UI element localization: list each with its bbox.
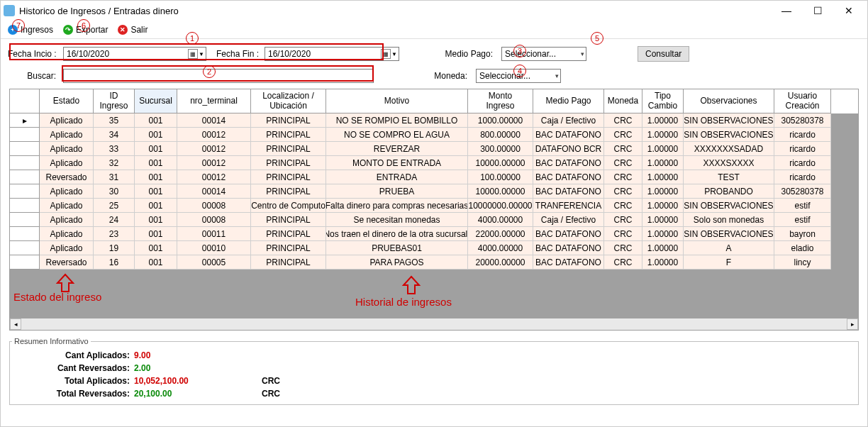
fecha-inicio-value: 16/10/2020 — [67, 49, 109, 59]
scroll-left-button[interactable]: ◂ — [10, 318, 21, 330]
column-header-id[interactable]: IDIngreso — [94, 89, 135, 113]
cell-medio: BAC DATAFONO — [533, 255, 604, 270]
resume-row: Cant Aplicados:9.00 — [17, 349, 851, 362]
fecha-fin-input[interactable]: 16/10/2020 ▦▼ — [265, 47, 399, 61]
table-row[interactable]: ▸Aplicado3500100014PRINCIPALNO SE ROMPIO… — [10, 113, 858, 128]
cell-motivo: PARA PAGOS — [326, 255, 468, 270]
exportar-button[interactable]: ↷ Exportar — [63, 25, 108, 35]
column-header-user[interactable]: UsuarioCreación — [774, 89, 831, 113]
table-row[interactable]: Aplicado3400100012PRINCIPALNO SE COMPRO … — [10, 128, 858, 142]
column-header-obs[interactable]: Observaciones — [684, 89, 774, 113]
cell-loc: PRINCIPAL — [251, 213, 326, 227]
column-header-moneda[interactable]: Moneda — [604, 89, 642, 113]
row-selector[interactable] — [10, 241, 40, 255]
cell-loc: PRINCIPAL — [251, 255, 326, 270]
cell-motivo: MONTO DE ENTRADA — [326, 156, 468, 170]
cell-suc: 001 — [135, 156, 177, 170]
cell-medio: Caja / Efectivo — [533, 213, 604, 227]
table-row[interactable]: Aplicado3000100014PRINCIPALPRUEBA10000.0… — [10, 184, 858, 199]
row-selector[interactable] — [10, 142, 40, 156]
chevron-down-icon: ▾ — [555, 72, 559, 79]
cell-moneda: CRC — [604, 113, 642, 128]
table-row[interactable]: Aplicado1900100010PRINCIPALPRUEBAS014000… — [10, 241, 858, 255]
cell-monto: 10000000.00000 — [468, 199, 533, 213]
row-selector[interactable] — [10, 199, 40, 213]
titlebar: Historico de Ingresos / Entradas dinero … — [1, 1, 867, 21]
cell-monto: 20000.00000 — [468, 255, 533, 270]
window-minimize-button[interactable]: — — [771, 1, 802, 21]
ingresos-button[interactable]: + Ingresos — [8, 25, 53, 35]
table-row[interactable]: Aplicado2500100008Centro de ComputoFalta… — [10, 199, 858, 213]
data-grid[interactable]: EstadoIDIngresoSucursalnro_terminalLocal… — [9, 89, 859, 331]
resume-row-label: Total Aplicados: — [17, 376, 134, 386]
row-selector[interactable] — [10, 128, 40, 142]
grid-horizontal-scrollbar[interactable]: ◂ ▸ — [10, 318, 858, 330]
column-header-term[interactable]: nro_terminal — [177, 89, 251, 113]
cell-obs: TEST — [684, 170, 774, 184]
column-header-estado[interactable]: Estado — [40, 89, 94, 113]
cell-suc: 001 — [135, 255, 177, 270]
cell-moneda: CRC — [604, 213, 642, 227]
consultar-button[interactable]: Consultar — [638, 46, 689, 62]
table-row[interactable]: Aplicado3200100012PRINCIPALMONTO DE ENTR… — [10, 156, 858, 170]
row-selector[interactable] — [10, 227, 40, 241]
cell-tc: 1.00000 — [642, 199, 684, 213]
salir-button[interactable]: ✕ Salir — [118, 25, 148, 35]
column-header-medio[interactable]: Medio Pago — [533, 89, 604, 113]
window-maximize-button[interactable]: ☐ — [802, 1, 833, 21]
calendar-icon[interactable]: ▦ — [381, 49, 391, 59]
resume-row-label: Cant Reversados: — [17, 363, 134, 373]
medio-pago-combo[interactable]: Seleccionar... ▾ — [501, 47, 586, 61]
table-row[interactable]: Aplicado3300100012PRINCIPALREVERZAR300.0… — [10, 142, 858, 156]
table-row[interactable]: Reversado3100100012PRINCIPALENTRADA100.0… — [10, 170, 858, 184]
column-header-tc[interactable]: TipoCambio — [642, 89, 684, 113]
moneda-combo[interactable]: Seleccionar... ▾ — [476, 69, 561, 83]
calendar-icon[interactable]: ▦ — [188, 49, 198, 59]
column-header-rowhdr[interactable] — [10, 89, 40, 113]
cell-moneda: CRC — [604, 142, 642, 156]
buscar-input[interactable] — [63, 69, 374, 83]
cell-obs: SIN OBSERVACIONES — [684, 227, 774, 241]
cell-estado: Aplicado — [40, 213, 94, 227]
resume-row: Total Aplicados:10,052,100.00CRC — [17, 375, 851, 387]
row-selector[interactable] — [10, 184, 40, 199]
column-header-motivo[interactable]: Motivo — [326, 89, 468, 113]
row-selector[interactable] — [10, 255, 40, 270]
column-header-monto[interactable]: MontoIngreso — [468, 89, 533, 113]
cell-user: 305280378 — [774, 184, 831, 199]
cell-medio: DATAFONO BCR — [533, 142, 604, 156]
cell-estado: Aplicado — [40, 142, 94, 156]
row-selector[interactable]: ▸ — [10, 113, 40, 128]
row-selector[interactable] — [10, 213, 40, 227]
table-row[interactable]: Aplicado2400100008PRINCIPALSe necesitan … — [10, 213, 858, 227]
cell-user: bayron — [774, 227, 831, 241]
row-selector[interactable] — [10, 156, 40, 170]
column-header-suc[interactable]: Sucursal — [135, 89, 177, 113]
cell-loc: PRINCIPAL — [251, 156, 326, 170]
resume-row-currency: CRC — [262, 389, 304, 399]
cell-estado: Aplicado — [40, 184, 94, 199]
cell-medio: BAC DATAFONO — [533, 184, 604, 199]
exportar-label: Exportar — [76, 25, 108, 35]
table-row[interactable]: Aplicado2300100011PRINCIPALNos traen el … — [10, 227, 858, 241]
cell-motivo: ENTRADA — [326, 170, 468, 184]
column-header-loc[interactable]: Localizacion /Ubicación — [251, 89, 326, 113]
chevron-down-icon[interactable]: ▼ — [199, 51, 204, 57]
row-selector[interactable] — [10, 170, 40, 184]
chevron-down-icon[interactable]: ▼ — [391, 51, 397, 57]
cell-medio: BAC DATAFONO — [533, 241, 604, 255]
fecha-inicio-input[interactable]: 16/10/2020 ▦▼ — [63, 47, 206, 61]
table-row[interactable]: Reversado1600100005PRINCIPALPARA PAGOS20… — [10, 255, 858, 270]
cell-loc: PRINCIPAL — [251, 184, 326, 199]
scroll-track[interactable] — [21, 318, 847, 330]
cell-id: 16 — [94, 255, 135, 270]
grid-body[interactable]: ▸Aplicado3500100014PRINCIPALNO SE ROMPIO… — [10, 113, 858, 318]
window-close-button[interactable]: ✕ — [833, 1, 864, 21]
scroll-right-button[interactable]: ▸ — [847, 318, 858, 330]
cell-motivo: NO SE ROMPIO EL BOMBILLO — [326, 113, 468, 128]
cell-moneda: CRC — [604, 255, 642, 270]
cell-monto: 22000.00000 — [468, 227, 533, 241]
cell-moneda: CRC — [604, 184, 642, 199]
cell-id: 19 — [94, 241, 135, 255]
cell-id: 33 — [94, 142, 135, 156]
